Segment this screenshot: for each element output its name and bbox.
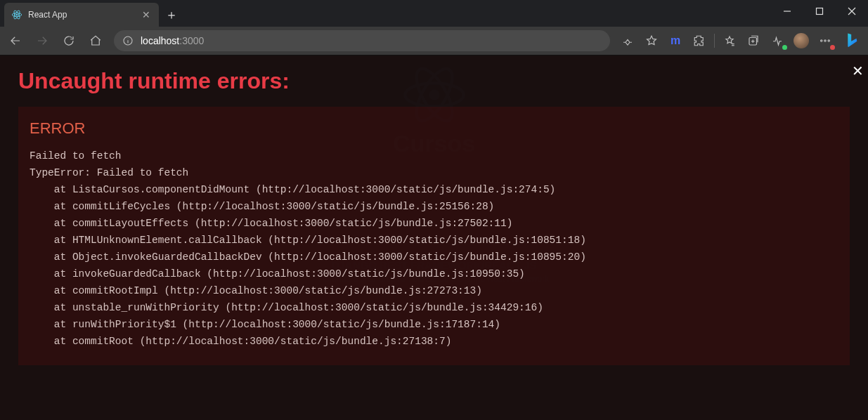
avatar-icon (793, 33, 809, 48)
performance-icon[interactable] (765, 29, 789, 52)
svg-rect-5 (817, 8, 823, 15)
site-info-icon[interactable] (122, 35, 134, 46)
titlebar: React App ✕ ＋ (0, 0, 868, 27)
toolbar-right: m (616, 29, 864, 53)
window-minimize-button[interactable] (771, 0, 803, 22)
bing-chat-button[interactable] (840, 29, 864, 53)
extensions-icon[interactable] (687, 29, 711, 52)
address-bar[interactable]: localhost:3000 (114, 30, 610, 51)
address-url: localhost:3000 (141, 35, 204, 46)
new-tab-button[interactable]: ＋ (160, 4, 183, 26)
favorites-list-icon[interactable] (718, 29, 741, 52)
nav-home-button[interactable] (83, 29, 108, 52)
svg-point-17 (824, 40, 826, 41)
nav-forward-button[interactable] (30, 29, 55, 52)
tab-close-icon[interactable]: ✕ (141, 8, 152, 21)
browser-window: React App ✕ ＋ localhost:3000 m (0, 0, 868, 420)
tab-strip: React App ✕ ＋ (0, 0, 183, 27)
window-close-button[interactable] (836, 0, 868, 22)
error-stack-trace: Failed to fetch TypeError: Failed to fet… (30, 147, 838, 350)
tab-title: React App (28, 10, 135, 20)
runtime-error-overlay: ✕ Uncaught runtime errors: ERROR Failed … (0, 55, 868, 420)
browser-toolbar: localhost:3000 m (0, 27, 868, 55)
nav-refresh-button[interactable] (56, 29, 82, 52)
collections-icon[interactable] (741, 29, 765, 52)
window-maximize-button[interactable] (803, 0, 836, 22)
svg-point-16 (821, 40, 822, 41)
profile-avatar[interactable] (789, 29, 813, 52)
url-host: localhost (141, 35, 179, 46)
svg-point-18 (828, 40, 829, 41)
extension-m-icon[interactable]: m (663, 29, 687, 52)
more-menu-button[interactable] (813, 29, 837, 52)
error-overlay-title: Uncaught runtime errors: (18, 68, 868, 94)
nav-back-button[interactable] (3, 29, 28, 52)
error-label: ERROR (30, 119, 838, 138)
page-viewport: Cursos DJANGO REST FRAMEWORK/REACT JS Ap… (0, 55, 868, 420)
favorite-star-icon[interactable] (640, 29, 663, 52)
read-aloud-icon[interactable] (616, 29, 640, 52)
window-controls (771, 0, 868, 27)
browser-tab-active[interactable]: React App ✕ (4, 3, 159, 27)
error-box: ERROR Failed to fetch TypeError: Failed … (18, 107, 850, 365)
react-favicon-icon (11, 9, 22, 20)
overlay-close-button[interactable]: ✕ (849, 61, 867, 81)
toolbar-divider (714, 34, 715, 48)
url-port: :3000 (179, 35, 204, 46)
svg-point-3 (16, 14, 18, 15)
